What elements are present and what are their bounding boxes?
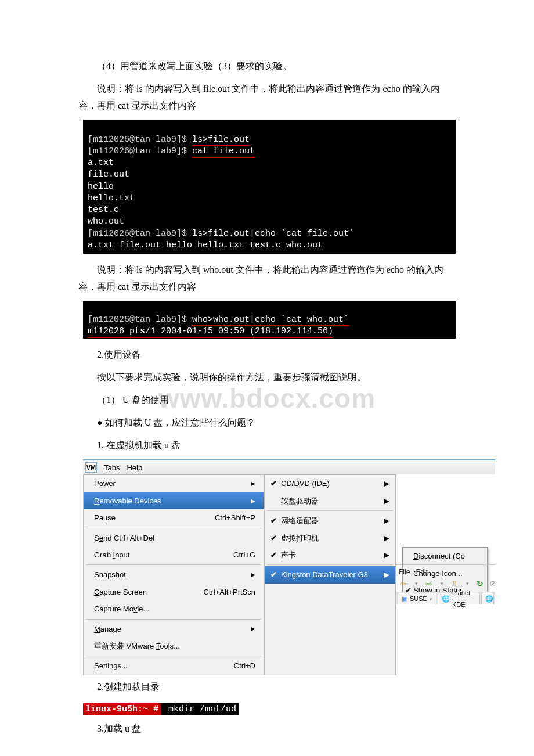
forward-icon[interactable]: ⇨	[423, 578, 435, 589]
guest-tabs: ▣SUSE▾ 🌐Planet KDE 🌐	[396, 592, 495, 604]
term-line: file.out	[88, 170, 129, 179]
cmd-pipe: ls>file.out|echo `cat file.out`	[192, 229, 354, 239]
guest-menu-file[interactable]: File	[399, 568, 410, 576]
globe-icon: 🌐	[442, 593, 450, 605]
term-line: who.out	[88, 217, 124, 226]
separator	[267, 564, 393, 565]
para-usb-title: （1） U 盘的使用	[78, 392, 456, 409]
tab-extra[interactable]: 🌐	[481, 593, 494, 604]
prompt: [m112026@tan lab9]$	[88, 229, 192, 239]
para-usb-question: ● 如何加载 U 盘，应注意些什么问题？	[78, 415, 456, 431]
dropdown-icon[interactable]: ▾	[436, 578, 448, 589]
para-step3: 3.加载 u 盘	[78, 721, 456, 737]
tab-planet-kde[interactable]: 🌐Planet KDE	[438, 593, 480, 604]
guest-nav-toolbar: ⇦ ▾ ⇨ ▾ ⇧ ▾ ↻ ⊘	[398, 578, 499, 589]
check-icon: ✔	[270, 548, 277, 561]
menu-capture-screen[interactable]: Capture ScreenCtrl+Alt+PrtScn	[84, 584, 264, 600]
vm-menubar: VM Tabs Help	[83, 460, 495, 474]
check-icon: ✔	[270, 568, 277, 581]
guest-menu-edit[interactable]: Edit	[416, 568, 428, 576]
menu-send-cad[interactable]: Send Ctrl+Alt+Del	[84, 530, 264, 546]
separator	[86, 564, 261, 565]
prompt: [m112026@tan lab9]$	[88, 315, 192, 325]
submenu-printer[interactable]: ✔虚拟打印机▶	[265, 530, 395, 546]
term-line: a.txt	[88, 158, 114, 168]
vm-main-menu: Power▶ Removable Devices▶ PauseCtrl+Shif…	[83, 474, 264, 675]
vmware-menu-screenshot: VM Tabs Help Power▶ Removable Devices▶ P…	[83, 459, 495, 675]
submenu-sound[interactable]: ✔声卡▶	[265, 546, 395, 563]
menu-manage[interactable]: Manage▶	[84, 621, 264, 638]
menu-removable-devices[interactable]: Removable Devices▶	[84, 492, 264, 509]
para-explain-2: 说明：将 ls 的内容写入到 who.out 文件中，将此输出内容通过管道作为 …	[78, 262, 456, 296]
vm-logo-icon: VM	[85, 462, 97, 473]
term-line: hello.txt	[88, 193, 135, 203]
check-icon: ✔	[270, 531, 277, 545]
cmd-who-pipe: who>who.out|echo `cat who.out`	[192, 315, 349, 326]
menu-tabs[interactable]: Tabs	[104, 461, 120, 474]
menu-pause[interactable]: PauseCtrl+Shift+P	[84, 509, 264, 526]
term-line: a.txt file.out hello hello.txt test.c wh…	[88, 240, 323, 250]
back-icon[interactable]: ⇦	[398, 578, 409, 589]
folder-icon: ▣	[402, 593, 407, 605]
menu-settings[interactable]: Settings...Ctrl+D	[84, 657, 264, 674]
separator	[86, 528, 261, 528]
root-prompt: linux-9u5h:~ #	[83, 703, 161, 715]
ctx-disconnect[interactable]: Disconnect (Co	[403, 548, 487, 564]
submenu-kingston-usb[interactable]: ✔Kingston DataTraveler G3▶	[265, 566, 395, 583]
vm-guest-area: Disconnect (Co Change Icon... ✔Show in S…	[396, 474, 495, 675]
terminal-output-1: [m112026@tan lab9]$ ls>file.out [m112026…	[83, 120, 456, 254]
term-line: m112026 pts/1 2004-01-15 09:50 (218.192.…	[88, 326, 333, 338]
separator	[86, 656, 261, 656]
menu-capture-movie[interactable]: Capture Movie...	[84, 600, 264, 617]
check-icon: ✔	[270, 514, 277, 527]
terminal-mkdir: linux-9u5h:~ # mkdir /mnt/ud	[83, 701, 456, 717]
para-step2: 2.创建加载目录	[78, 679, 456, 696]
para-instructions: 按以下要求完成实验，说明你的操作方法，重要步骤请截图说明。	[78, 369, 456, 386]
menu-help[interactable]: Help	[127, 461, 142, 474]
para-step1: 1. 在虚拟机加载 u 盘	[78, 437, 456, 454]
para-4: （4）用管道来改写上面实验（3）要求的实验。	[78, 58, 456, 75]
separator	[267, 510, 393, 511]
menu-snapshot[interactable]: Snapshot▶	[84, 566, 264, 583]
submenu-cddvd[interactable]: ✔CD/DVD (IDE)▶	[265, 475, 395, 492]
heading-devices: 2.使用设备	[78, 347, 456, 363]
terminal-output-2: [m112026@tan lab9]$ who>who.out|echo `ca…	[83, 301, 456, 339]
separator	[86, 619, 261, 620]
menu-grab-input[interactable]: Grab InputCtrl+G	[84, 546, 264, 563]
para-explain-1: 说明：将 ls 的内容写入到 file.out 文件中，将此输出内容通过管道作为…	[78, 81, 456, 114]
submenu-floppy[interactable]: 软盘驱动器▶	[265, 492, 395, 509]
menu-reinstall-tools[interactable]: 重新安装 VMware Tools...	[84, 638, 264, 654]
dropdown-icon: ▾	[430, 595, 432, 604]
cmd-mkdir: mkdir /mnt/ud	[161, 703, 239, 715]
term-line: hello	[88, 182, 114, 192]
globe-icon: 🌐	[485, 593, 493, 605]
reload-icon[interactable]: ↻	[474, 578, 486, 589]
check-icon: ✔	[270, 477, 277, 490]
submenu-network[interactable]: ✔网络适配器▶	[265, 512, 395, 529]
stop-icon[interactable]: ⊘	[487, 578, 499, 589]
menu-power[interactable]: Power▶	[84, 475, 264, 492]
term-line: test.c	[88, 205, 119, 215]
cmd-cat: cat file.out	[192, 146, 255, 158]
cmd-ls-redirect: ls>file.out	[192, 135, 250, 146]
tab-suse[interactable]: ▣SUSE▾	[398, 593, 436, 604]
dropdown-icon[interactable]: ▾	[410, 578, 422, 589]
prompt: [m112026@tan lab9]$	[88, 135, 192, 145]
vm-removable-submenu: ✔CD/DVD (IDE)▶ 软盘驱动器▶ ✔网络适配器▶ ✔虚拟打印机▶ ✔声…	[264, 474, 396, 675]
prompt: [m112026@tan lab9]$	[88, 146, 192, 156]
